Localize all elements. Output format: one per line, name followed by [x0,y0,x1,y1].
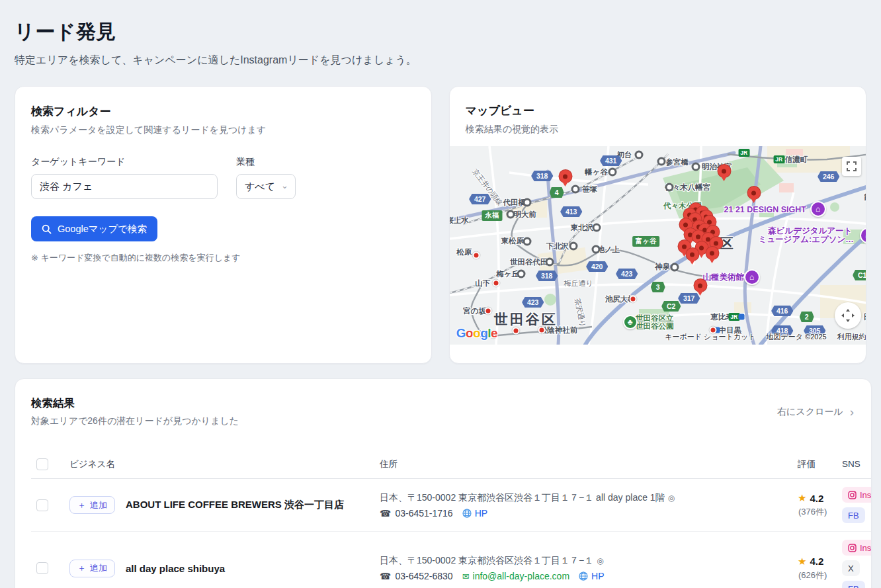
sns-badges: InstagramFB [842,479,871,531]
google-map[interactable]: 京王井の頭線梅丘通り茶沢通り初台幡ヶ谷参宮橋明治神宮信濃町笹塚代田橋明大前桜上水… [450,146,866,345]
fb-badge[interactable]: FB [842,581,865,588]
phone-icon: ☎ [380,571,391,581]
map-label: 霞 [864,192,866,202]
map-tram-stop-icon [538,327,545,334]
map-pin[interactable] [694,279,706,292]
keyword-input[interactable] [31,174,218,199]
map-label: 2 [800,312,814,322]
map-card-subtitle: 検索結果の視覚的表示 [466,124,850,136]
search-icon [42,224,52,234]
map-station-icon [665,183,673,192]
map-label: 世田谷区 [494,310,558,329]
results-table-wrap[interactable]: ビジネス名 住所 評価 SNS ＋追加 ABOUT LIFE COFFEE BR… [15,450,871,588]
map-pin[interactable] [706,247,718,259]
phone-number: ☎03-6451-1716 [380,508,453,519]
col-sns: SNS [842,459,871,469]
results-subtitle: 対象エリアで26件の潜在リードが見つかりました [31,415,855,427]
instagram-icon [848,544,857,552]
add-lead-button[interactable]: ＋追加 [69,560,115,577]
map-station-icon [506,210,515,219]
homepage-link[interactable]: HP [579,571,604,581]
map-label: 3 [651,282,665,292]
map-label: 田 [864,312,866,322]
map-label: 山下 [475,278,490,288]
map-label: 世田谷代田 [510,257,548,267]
map-label: 318 [531,171,554,181]
google-logo[interactable]: Google [456,326,497,341]
map-pin[interactable] [718,165,730,177]
map-tram-stop-icon [484,308,491,315]
scroll-right-hint[interactable]: 右にスクロール › [777,405,854,418]
map-label: C1 [853,270,866,280]
fb-badge[interactable]: FB [842,507,865,523]
map-label: 桜上水 [450,216,469,226]
terms-link[interactable]: 利用規約 [837,332,866,342]
pan-control-button[interactable] [835,302,861,329]
map-pin-icon[interactable]: ◎ [668,493,675,503]
fullscreen-icon [847,161,857,171]
review-count: (376件) [798,506,842,518]
map-pin-icon[interactable]: ◎ [597,556,603,566]
x-badge[interactable]: X [842,560,860,576]
rating-value: 4.2 [810,493,823,504]
map-label: 笹塚 [582,185,597,194]
map-pin[interactable] [747,187,760,199]
map-label: 318 [536,271,558,281]
map-museum-icon: ⌂ [744,269,760,285]
search-note: ※ キーワード変換で自動的に複数の検索を実行します [31,252,415,264]
results-table: ビジネス名 住所 評価 SNS ＋追加 ABOUT LIFE COFFEE BR… [31,450,871,588]
map-label: 431 [600,155,622,166]
table-row: ＋追加 ABOUT LIFE COFFEE BREWERS 渋谷一丁目店 日本、… [31,479,871,532]
email-link[interactable]: ✉info@all-day-place.com [462,571,569,581]
map-data-label: 地図データ ©2025 [767,332,827,342]
row-checkbox[interactable] [36,499,48,511]
map-label: 423 [616,269,638,279]
map-station-icon [591,245,600,254]
map-label: 池ノ上 [597,245,620,255]
envelope-icon: ✉ [462,571,470,581]
add-lead-button[interactable]: ＋追加 [69,496,115,514]
col-address: 住所 [380,458,798,470]
map-pin[interactable] [559,170,571,183]
map-label: 416 [771,306,794,316]
rating-value: 4.2 [810,556,823,567]
search-results-card: 検索結果 対象エリアで26件の潜在リードが見つかりました 右にスクロール › ビ… [15,378,872,588]
map-station-icon [691,163,700,171]
map-station-icon [657,157,665,166]
map-label: 下北沢 [546,241,569,251]
row-checkbox[interactable] [36,562,48,574]
map-label: 富ヶ谷 [632,236,660,247]
map-pin[interactable] [686,248,698,261]
map-label: JR [773,155,784,163]
globe-icon [579,571,588,581]
map-label: 東松原 [501,236,524,246]
map-label: JR [738,149,749,157]
instagram-badge[interactable]: Instagram [842,540,871,556]
map-label: 427 [469,194,491,204]
fullscreen-button[interactable] [842,157,861,176]
lead-discovery-page: リード発見 特定エリアを検索して、キャンペーンに適したInstagramリードを… [0,0,881,588]
results-title: 検索結果 [31,396,855,411]
industry-select[interactable]: すべて ⌄ [236,174,296,199]
keyboard-shortcuts-link[interactable]: キーボード ショートカット [665,332,755,342]
select-all-checkbox[interactable] [36,458,48,470]
map-tram-stop-icon [492,280,499,287]
map-station-icon [569,242,577,251]
map-label: 明大前 [513,210,536,220]
homepage-link[interactable]: HP [462,508,487,519]
globe-icon [462,509,472,518]
google-maps-search-button[interactable]: Googleマップで検索 [31,216,157,241]
map-station-icon [592,224,601,232]
instagram-icon [848,491,857,499]
search-button-label: Googleマップで検索 [58,223,147,235]
map-label [738,314,744,320]
map-label: 松原 [456,247,472,257]
instagram-badge[interactable]: Instagram [842,487,871,503]
filter-card-title: 検索フィルター [31,104,415,119]
phone-icon: ☎ [380,508,391,519]
map-label: 423 [522,297,544,308]
col-business: ビジネス名 [54,458,380,470]
map-label: 420 [586,261,608,272]
plus-icon: ＋ [77,499,86,511]
table-header-row: ビジネス名 住所 評価 SNS [31,450,871,479]
